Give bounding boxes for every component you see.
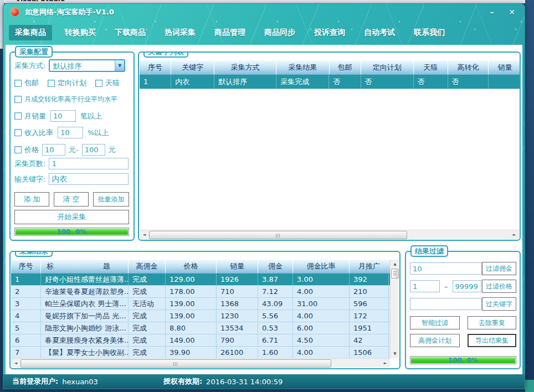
result-row[interactable]: 6 春夏束腰瘦身衣紧身美体... 完成 149.00 790 6.71 4.50… bbox=[11, 334, 390, 347]
monthly-sales-checkbox[interactable] bbox=[14, 112, 22, 120]
keyword-list-panel: 关键字列表 序号 关键字 采集方式 采集结果 包邮 定向计划 天猫 高转化 销量… bbox=[138, 51, 521, 241]
scroll-right-icon[interactable]: ► bbox=[510, 230, 519, 240]
results-vscroll-thumb[interactable] bbox=[391, 269, 399, 278]
header-sales[interactable]: 销量 bbox=[217, 260, 258, 273]
header-index[interactable]: 序号 bbox=[140, 60, 171, 74]
collect-progress-bar: 100. 0% bbox=[14, 228, 129, 236]
tab-download-products[interactable]: 下载商品 bbox=[109, 25, 152, 40]
price-min-input[interactable] bbox=[42, 144, 65, 156]
filter-keyword-button[interactable]: 过关键字 bbox=[482, 297, 516, 311]
export-results-button[interactable]: 导出结果集 bbox=[468, 334, 516, 347]
filter-keyword-input[interactable] bbox=[410, 298, 482, 310]
batch-add-button[interactable]: 批量添加 bbox=[93, 192, 129, 207]
chevron-down-icon[interactable]: ▼ bbox=[115, 60, 124, 71]
header-title-right: 题 bbox=[103, 261, 110, 271]
tab-product-manage[interactable]: 商品管理 bbox=[208, 25, 251, 40]
tab-product-sync[interactable]: 商品同步 bbox=[258, 25, 301, 40]
filter-commission-button[interactable]: 过滤佣金 bbox=[482, 262, 516, 275]
keyword-input[interactable] bbox=[49, 173, 129, 185]
tab-hot-words[interactable]: 热词采集 bbox=[158, 25, 202, 40]
filter-price-button[interactable]: 过滤价格 bbox=[482, 280, 516, 293]
start-collect-button[interactable]: 开始采集 bbox=[14, 210, 129, 224]
cell: 2 bbox=[11, 286, 41, 297]
scroll-up-icon[interactable]: ▲ bbox=[391, 260, 399, 269]
cell: 春夏束腰瘦身衣紧身美体... bbox=[41, 334, 129, 346]
cell: 5 bbox=[11, 322, 41, 334]
close-button[interactable]: ✕ bbox=[506, 7, 518, 18]
tab-collect-products[interactable]: 采集商品 bbox=[9, 25, 52, 40]
price-checkbox[interactable] bbox=[14, 146, 22, 153]
scroll-down-icon[interactable]: ▼ bbox=[391, 349, 399, 358]
filter-commission-row: 过滤佣金 bbox=[410, 262, 516, 275]
header-index[interactable]: 序号 bbox=[11, 260, 41, 273]
result-row[interactable]: 5 隐形文胸小胸婚纱 游泳... 完成 8.80 13534 0.53 6.00… bbox=[11, 322, 390, 334]
collect-method-select[interactable]: 默认排序 ▼ bbox=[49, 59, 125, 72]
income-ratio-input[interactable] bbox=[58, 127, 83, 138]
dedup-button[interactable]: 去除重复 bbox=[468, 316, 516, 329]
keyword-row[interactable]: 1 内衣 默认排序 采集完成 否 否 否 否 bbox=[140, 75, 521, 89]
header-high-conv[interactable]: 高转化 bbox=[448, 60, 489, 74]
pages-input[interactable] bbox=[49, 158, 129, 169]
header-result[interactable]: 采集结果 bbox=[276, 60, 329, 74]
header-price[interactable]: 价格 bbox=[166, 260, 217, 273]
filter-commission-input[interactable] bbox=[410, 262, 482, 275]
scroll-right-icon[interactable]: ► bbox=[381, 359, 390, 368]
cell: 完成 bbox=[129, 286, 166, 297]
cell: 4 bbox=[11, 310, 41, 322]
quick-filters-row: 包邮 定向计划 天猫 bbox=[14, 78, 129, 88]
header-commission-rate[interactable]: 佣金比率 bbox=[293, 260, 350, 273]
header-monthly-promo[interactable]: 月推广 bbox=[350, 260, 389, 273]
filter-price-max-input[interactable] bbox=[453, 280, 481, 292]
minimize-button[interactable]: – bbox=[486, 7, 498, 18]
header-sales[interactable]: 销量 bbox=[489, 60, 521, 74]
keyword-horizontal-scrollbar[interactable]: ◄ ► bbox=[140, 230, 519, 239]
result-row[interactable]: 2 辛迪莱曼春夏超薄款塑身... 完成 178.00 710 7.12 4.00… bbox=[11, 286, 390, 298]
header-high-commission[interactable]: 高佣金 bbox=[129, 260, 166, 273]
conversion-checkbox[interactable] bbox=[14, 96, 22, 103]
cell: 1 bbox=[140, 75, 171, 89]
filter-price-min-input[interactable] bbox=[410, 280, 440, 292]
free-shipping-checkbox[interactable] bbox=[14, 80, 22, 87]
scroll-left-icon[interactable]: ◄ bbox=[11, 359, 20, 368]
result-row[interactable]: 3 帕兰朵保暖内衣 男士薄... 无活动 139.00 1368 43.09 3… bbox=[11, 298, 390, 310]
tmall-checkbox[interactable] bbox=[95, 80, 102, 87]
result-row[interactable]: 7 【聚】夏季女士小胸收副... 完成 39.90 26100 1.60 4.0… bbox=[11, 347, 390, 359]
keyword-hscroll-thumb[interactable] bbox=[149, 231, 407, 239]
targeted-plan-checkbox[interactable] bbox=[48, 80, 55, 87]
results-hscroll-thumb[interactable] bbox=[20, 359, 331, 368]
header-method[interactable]: 采集方式 bbox=[214, 60, 276, 74]
monthly-sales-input[interactable] bbox=[50, 110, 76, 122]
income-ratio-checkbox[interactable] bbox=[14, 129, 22, 136]
tab-complaint-query[interactable]: 投诉查询 bbox=[308, 25, 351, 40]
cell: 完成 bbox=[129, 322, 166, 334]
cell: 无活动 bbox=[129, 298, 166, 310]
header-commission[interactable]: 佣金 bbox=[258, 260, 293, 273]
collect-method-label: 采集方式: bbox=[14, 61, 45, 71]
cell: 4.00 bbox=[293, 286, 350, 297]
tab-convert-purchase[interactable]: 转换购买 bbox=[59, 25, 102, 40]
header-targeted-plan[interactable]: 定向计划 bbox=[361, 60, 414, 74]
header-free-shipping[interactable]: 包邮 bbox=[330, 60, 361, 74]
results-vertical-scrollbar[interactable]: ▲ ▼ bbox=[390, 260, 399, 358]
cell: 帕兰朵保暖内衣 男士薄... bbox=[41, 298, 129, 310]
header-tmall[interactable]: 天猫 bbox=[414, 60, 448, 74]
header-keyword[interactable]: 关键字 bbox=[171, 60, 214, 74]
result-row[interactable]: 4 曼妮芬旗下加一尚品 光... 完成 139.00 1230 5.56 4.0… bbox=[11, 310, 390, 322]
price-max-input[interactable] bbox=[82, 144, 105, 156]
cell: 139.00 bbox=[166, 298, 217, 310]
result-row[interactable]: 1 好奇小姐性感蕾丝超薄薄... 完成 129.00 1926 3.87 3.0… bbox=[11, 274, 390, 286]
cell: 8.80 bbox=[166, 322, 217, 334]
header-title[interactable]: 标 题 bbox=[41, 260, 129, 273]
add-keyword-button[interactable]: 添 加 bbox=[14, 192, 49, 207]
tab-auto-exam[interactable]: 自动考试 bbox=[358, 25, 401, 40]
cell: 好奇小姐性感蕾丝超薄薄... bbox=[41, 274, 129, 285]
status-bar: 当前登录用户: hexuan03 授权有效期: 2016-03-31 14:00… bbox=[3, 374, 525, 389]
scroll-left-icon[interactable]: ◄ bbox=[140, 230, 149, 240]
tab-contact-us[interactable]: 联系我们 bbox=[408, 25, 451, 40]
results-horizontal-scrollbar[interactable]: ◄ ► bbox=[11, 358, 390, 368]
clear-keywords-button[interactable]: 清 空 bbox=[54, 192, 89, 207]
cell: 4.50 bbox=[293, 334, 350, 346]
smart-filter-button[interactable]: 智能过滤 bbox=[410, 316, 460, 329]
cell: 曼妮芬旗下加一尚品 光... bbox=[41, 310, 129, 322]
high-commission-plan-button[interactable]: 高佣金计划 bbox=[410, 334, 460, 347]
